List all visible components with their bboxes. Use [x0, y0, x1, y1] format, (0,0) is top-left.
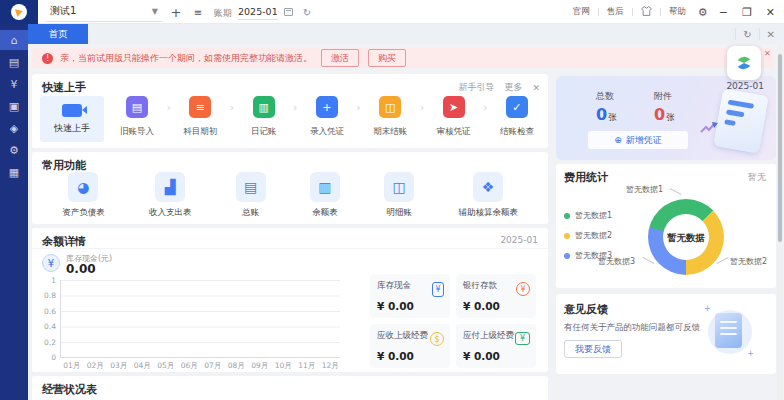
legend-dot-blue: [564, 253, 570, 259]
chart-x-axis: 01月 02月 03月 04月 05月 06月 07月 08月 09月 10月 …: [60, 361, 342, 371]
common-functions-card: 常用功能 ◕ 资产负债表 ▟ 收入支出表 ▤ 总账 ▥ 余额表 ◫ 明细账 ❖ …: [32, 152, 548, 224]
tab-tools: ↻ ✕: [735, 24, 782, 44]
chevron-right-icon: ›: [293, 102, 297, 113]
legend-dot-green: [564, 213, 570, 219]
donut-center-label: 暂无数据: [648, 232, 724, 245]
tab-refresh-icon[interactable]: ↻: [735, 28, 758, 40]
list-icon: ≡: [189, 96, 211, 118]
balance-period: 2025-01: [500, 235, 538, 245]
donut-callout-2: 暂无数据2: [730, 256, 767, 267]
chart-y-axis: 1 0.8 0.6 0.4 0.2 0: [34, 276, 56, 362]
item-balance-sheet[interactable]: ◕ 资产负债表: [62, 172, 105, 219]
refresh-period-icon[interactable]: ↻: [300, 0, 314, 24]
step-opening-balances[interactable]: ≡ 科目期初: [175, 96, 225, 138]
add-voucher-button[interactable]: ⊕ 新增凭证: [588, 131, 688, 149]
statements-icon: ▦: [9, 166, 19, 179]
legend-item: 暂无数据2: [564, 230, 612, 241]
feedback-illustration: + +: [704, 306, 754, 358]
balance-line-chart: [60, 280, 340, 358]
more-link[interactable]: 更多: [504, 81, 522, 94]
account-switcher[interactable]: 测试1 ▼: [46, 1, 162, 22]
expense-statistics-card: 费用统计 暂无 暂无数据1 暂无数据2 暂无数据3 暂无数据 暂无数据1 暂无数…: [556, 164, 776, 288]
step-closing-check[interactable]: ✓ 结账检查: [492, 96, 542, 138]
sidebar-item-statements[interactable]: ▦: [0, 162, 28, 182]
add-account-icon[interactable]: +: [168, 0, 184, 24]
quickstart-video-tile[interactable]: 快速上手: [40, 96, 104, 142]
chevron-right-icon: ›: [167, 102, 171, 113]
chevron-down-icon: ▼: [152, 7, 158, 16]
funds-icon: ◈: [10, 122, 18, 135]
bar-chart-icon: ▟: [155, 172, 185, 202]
buy-button[interactable]: 购买: [368, 49, 406, 67]
activate-button[interactable]: 激活: [321, 49, 359, 67]
trial-banner: ! 亲，当前试用版只能操作一个期间，如需使用完整功能请激活。 激活 购买: [32, 48, 774, 68]
scrollbar-thumb[interactable]: [778, 54, 782, 242]
sidebar-item-reports[interactable]: ▣: [0, 96, 28, 116]
sidebar-item-ledgers[interactable]: ¥: [0, 74, 28, 94]
item-general-ledger[interactable]: ▤ 总账: [236, 172, 266, 219]
beginner-guide-link[interactable]: 新手引导: [458, 81, 494, 94]
common-functions-row: ◕ 资产负债表 ▟ 收入支出表 ▤ 总账 ▥ 余额表 ◫ 明细账 ❖ 辅助核算余…: [40, 172, 540, 219]
calendar-icon[interactable]: [284, 8, 293, 16]
banknote-yuan-icon: ¥: [432, 282, 444, 297]
voucher-summary-card: 2025-01 总数 0张 附件 0张 ⊕ 新增凭证: [556, 76, 776, 160]
divider: [632, 8, 633, 16]
mini-card-receivable-fees[interactable]: 应收上级经费 $ ¥ 0.00: [370, 324, 450, 368]
item-trial-balance[interactable]: ▥ 余额表: [310, 172, 340, 219]
donut-callout-1: 暂无数据1: [626, 184, 663, 195]
mini-card-cash[interactable]: 库存现金 ¥ ¥ 0.00: [370, 274, 450, 318]
close-button[interactable]: ✕: [763, 6, 778, 19]
quickstart-close-icon[interactable]: ✕: [532, 83, 540, 93]
official-site-link[interactable]: 官网: [573, 6, 590, 18]
blocks-icon: ❖: [473, 172, 503, 202]
minimize-button[interactable]: −: [716, 6, 731, 19]
balance-title: 余额详情: [42, 234, 86, 249]
service-link[interactable]: 售后: [607, 6, 624, 18]
books-icon: ▤: [236, 172, 266, 202]
skin-icon[interactable]: [641, 6, 652, 18]
feedback-title: 意见反馈: [564, 302, 608, 317]
voucher-attachments: 附件 0张: [654, 90, 675, 124]
assistant-close-icon[interactable]: ✕: [764, 49, 771, 58]
quickstart-card: 快速上手 新手引导 更多 ✕ 快速上手 ▤ 旧账导入 › ≡ 科目期初 › ▥ …: [32, 74, 548, 148]
app-logo: [0, 0, 38, 24]
account-list-icon[interactable]: ≡: [190, 0, 206, 24]
legend-item: 暂无数据1: [564, 210, 612, 221]
item-income-expense[interactable]: ▟ 收入支出表: [149, 172, 192, 219]
clipboard-icon: ▥: [310, 172, 340, 202]
cash-metric-value: 0.00: [66, 262, 96, 276]
tab-close-icon[interactable]: ✕: [759, 28, 782, 40]
maximize-button[interactable]: ❐: [739, 6, 755, 19]
quickstart-steps: ▤ 旧账导入 › ≡ 科目期初 › ▥ 日记账 › + 录入凭证 › ◫ 期末结…: [112, 96, 542, 142]
account-name: 测试1: [50, 4, 76, 18]
sidebar-item-vouchers[interactable]: ▤: [0, 52, 28, 72]
step-old-accounts-import[interactable]: ▤ 旧账导入: [112, 96, 162, 138]
doc-plus-icon: +: [316, 96, 338, 118]
step-enter-voucher[interactable]: + 录入凭证: [302, 96, 352, 138]
expense-title: 费用统计: [564, 170, 608, 185]
step-period-close[interactable]: ◫ 期末结账: [365, 96, 415, 138]
item-subledger[interactable]: ◫ 明细账: [384, 172, 414, 219]
help-link[interactable]: 帮助: [669, 6, 686, 18]
chevron-right-icon: ›: [483, 102, 487, 113]
tab-home[interactable]: 首页: [28, 24, 88, 44]
titlebar-menu: 官网 售后 帮助 ⚙ − ❐ ✕: [573, 0, 778, 24]
sidebar-item-settings[interactable]: ⚙: [0, 140, 28, 160]
sparkle-icon: +: [747, 349, 754, 358]
assistant-widget[interactable]: [727, 46, 761, 80]
item-auxiliary-balance[interactable]: ❖ 辅助核算余额表: [458, 172, 518, 219]
feedback-button[interactable]: 我要反馈: [564, 340, 622, 358]
sidebar-item-funds[interactable]: ◈: [0, 118, 28, 138]
voucher-period: 2025-01: [726, 81, 764, 91]
sidebar-item-home[interactable]: ⌂: [0, 30, 28, 50]
divider: [598, 8, 599, 16]
settings-gear-icon[interactable]: ⚙: [698, 6, 708, 19]
step-audit-voucher[interactable]: ➤ 审核凭证: [429, 96, 479, 138]
step-journal[interactable]: ▥ 日记账: [239, 96, 289, 138]
period-picker[interactable]: 2025-01: [238, 6, 278, 20]
tab-home-label: 首页: [49, 28, 68, 41]
voucher-total: 总数 0张: [596, 90, 617, 124]
sidebar: ⌂ ▤ ¥ ▣ ◈ ⚙ ▦: [0, 24, 28, 400]
mini-card-bank-deposit[interactable]: 银行存款 ¥ ¥ 0.00: [456, 274, 536, 318]
mini-card-payable-fees[interactable]: 应付上级经费 ¥ ¥ 0.00: [456, 324, 536, 368]
